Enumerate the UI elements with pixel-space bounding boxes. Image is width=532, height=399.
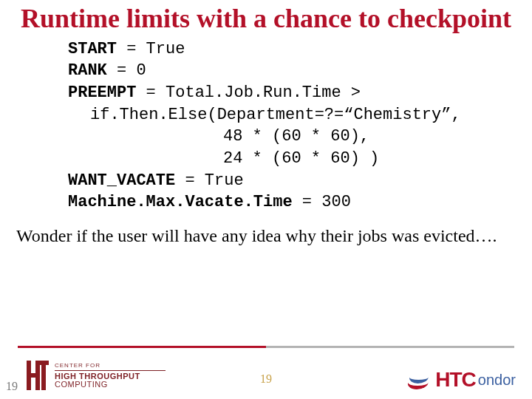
config-line-ifthen: if.Then.Else(Department=?=“Chemistry”, bbox=[68, 104, 529, 126]
config-line-start: START = True bbox=[68, 38, 529, 61]
divider-red bbox=[18, 346, 266, 348]
kw-wv: WANT_VACATE bbox=[68, 171, 175, 190]
divider-gray bbox=[266, 346, 514, 348]
config-line-preempt: PREEMPT = Total.Job.Run.Time > bbox=[68, 82, 529, 104]
config-line-mmvt: Machine.Max.Vacate.Time = 300 bbox=[68, 191, 529, 214]
footer: CENTER FOR HIGH THROUGHPUT COMPUTING 19 … bbox=[0, 349, 532, 399]
htc-rule bbox=[55, 370, 166, 371]
val-start: = True bbox=[117, 40, 185, 58]
htc-line3: COMPUTING bbox=[55, 381, 166, 389]
page-number-left: 19 bbox=[3, 380, 21, 393]
htc-text: CENTER FOR HIGH THROUGHPUT COMPUTING bbox=[55, 363, 166, 389]
kw-rank: RANK bbox=[68, 61, 107, 80]
remark-text: Wonder if the user will have any idea wh… bbox=[16, 225, 516, 247]
val-wv: = True bbox=[175, 171, 243, 190]
swoosh-icon bbox=[408, 371, 430, 389]
config-line-wv: WANT_VACATE = True bbox=[68, 170, 529, 192]
kw-preempt: PREEMPT bbox=[68, 83, 136, 102]
kw-start: START bbox=[68, 40, 117, 58]
htc-line1: CENTER FOR bbox=[55, 363, 166, 369]
config-block: START = True RANK = 0 PREEMPT = Total.Jo… bbox=[68, 38, 529, 214]
htcondor-logo: HTCondor bbox=[408, 368, 516, 392]
slide-title: Runtime limits with a chance to checkpoi… bbox=[0, 0, 532, 34]
config-line-48: 48 * (60 * 60), bbox=[68, 126, 529, 148]
config-line-rank: RANK = 0 bbox=[68, 60, 529, 82]
htc-line2: HIGH THROUGHPUT bbox=[55, 372, 166, 381]
divider bbox=[18, 346, 514, 348]
htcondor-ondor: ondor bbox=[478, 372, 516, 389]
val-mmvt: = 300 bbox=[293, 193, 351, 211]
htcondor-ht: HTC bbox=[435, 368, 476, 392]
kw-mmvt: Machine.Max.Vacate.Time bbox=[68, 193, 293, 211]
ht-monogram-icon bbox=[22, 361, 49, 390]
htc-computing-logo: CENTER FOR HIGH THROUGHPUT COMPUTING bbox=[22, 361, 166, 390]
val-preempt: = Total.Job.Run.Time > bbox=[136, 83, 361, 102]
config-line-24: 24 * (60 * 60) ) bbox=[68, 148, 529, 170]
page-number-center: 19 bbox=[260, 372, 272, 386]
slide-content: START = True RANK = 0 PREEMPT = Total.Jo… bbox=[0, 34, 532, 214]
val-rank: = 0 bbox=[107, 61, 146, 80]
